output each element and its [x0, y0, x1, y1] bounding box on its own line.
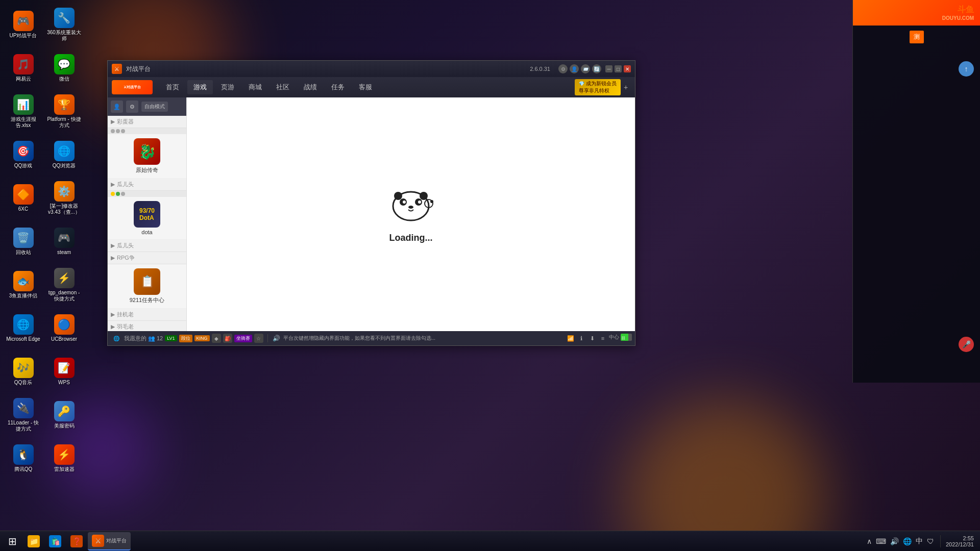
sidebar-game-tasks[interactable]: 📋 9211任务中心 — [108, 264, 186, 309]
desktop-icon-qqbrowser[interactable]: 🌐 QQ浏览器 — [45, 134, 83, 175]
svg-point-3 — [403, 201, 406, 204]
sidebar-user-btn[interactable]: 👤 — [111, 101, 123, 113]
desktop-icon-tgp[interactable]: ⚡ tgp_daemon - 快捷方式 — [45, 264, 83, 305]
sidebar-cat-1[interactable]: ▶ 彩蛋器 — [108, 116, 186, 128]
360-label: 360系统重装大师 — [47, 30, 81, 42]
sidebar-cat-3[interactable]: ▶ 瓜儿头 — [108, 240, 186, 252]
taskbar-help[interactable]: ❓ — [66, 532, 87, 550]
status-bag-btn[interactable]: 🎒 — [223, 334, 232, 343]
expand-btn[interactable]: + — [621, 82, 631, 92]
status-menu-btn[interactable]: ≡ — [598, 334, 607, 343]
window-body: 👤 ⚙ 自由模式 ▶ 彩蛋器 🐉 — [108, 97, 635, 331]
status-chart-btn[interactable]: 📶 — [566, 334, 575, 343]
nav-task[interactable]: 任务 — [325, 80, 351, 94]
desktop-icon-excel[interactable]: 📊 游戏生涯报告.xlsx — [4, 91, 42, 132]
status-user-area[interactable]: 我愿意的 👥 12 — [124, 335, 163, 342]
desktop-icon-wps[interactable]: 📝 WPS — [45, 351, 83, 392]
sidebar-game-yuanshi[interactable]: 🐉 原始传奇 — [108, 134, 186, 179]
nav-service[interactable]: 客服 — [353, 80, 378, 94]
taskbar-separator — [940, 535, 941, 547]
desktop-icon-msedge[interactable]: 🌐 Microsoft Edge — [4, 308, 42, 348]
window-statusbar: 🌐 我愿意的 👥 12 LV1 段位 KING ◆ 🎒 坐骑赛 ☆ 🔊 平台次键… — [108, 331, 635, 345]
nav-games[interactable]: 游戏 — [187, 80, 213, 94]
bg-decoration-3 — [623, 398, 827, 551]
stream-panel: 斗鱼 DOUYU.COM 测 ↑ 🎤 — [852, 0, 980, 383]
status-down-btn[interactable]: ⬇ — [587, 334, 597, 343]
desktop-icon-qqmusic[interactable]: 🎶 QQ音乐 — [4, 351, 42, 392]
window-user-btn[interactable]: 👤 — [570, 64, 579, 73]
sidebar-game-dota[interactable]: 93/70DotA dota — [108, 197, 186, 240]
sidebar-cat-6[interactable]: ▶ 羽毛老 — [108, 321, 186, 331]
sidebar-cat-5[interactable]: ▶ 挂机老 — [108, 309, 186, 321]
yimian-label: [某一]修改器v3.43（查...） — [47, 203, 81, 215]
taskbar-store[interactable]: 🛍️ — [45, 532, 65, 550]
nav-webgame[interactable]: 页游 — [215, 80, 240, 94]
window-refresh-btn[interactable]: 🔄 — [592, 64, 601, 73]
desktop-icon-wechat[interactable]: 💬 微信 — [45, 47, 83, 88]
desktop-icon-yimian[interactable]: ⚙️ [某一]修改器v3.43（查...） — [45, 178, 83, 218]
sidebar-cat-2[interactable]: ▶ 瓜儿头 — [108, 179, 186, 191]
desktop-icon-11loader[interactable]: 🔌 11Loader - 快捷方式 — [4, 394, 42, 435]
status-diamond-btn[interactable]: ◆ — [212, 334, 221, 343]
recycle-label: 回收站 — [16, 249, 31, 256]
window-settings-btn[interactable]: ⚙ — [558, 64, 568, 73]
status-globe-btn[interactable]: 🌐 — [111, 333, 122, 343]
tray-security[interactable]: 🛡 — [926, 536, 935, 546]
desktop-icon-wyy[interactable]: 🎵 网易云 — [4, 47, 42, 88]
desktop-icon-ucbrowser[interactable]: 🔵 UCBrowser — [45, 308, 83, 348]
sidebar-sub-indicators — [108, 128, 186, 134]
dota-icon: 93/70DotA — [134, 201, 160, 228]
3yufish-label: 3鱼直播伴侣 — [9, 293, 38, 299]
nav-home[interactable]: 首页 — [160, 80, 185, 94]
clock-date: 2022/12/31 — [946, 541, 974, 547]
desktop-icon-leijia[interactable]: ⚡ 雷加速器 — [45, 438, 83, 479]
free-mode-btn[interactable]: 自由模式 — [141, 102, 168, 112]
desktop-icon-platform[interactable]: 🏆 Platform - 快捷方式 — [45, 91, 83, 132]
minimize-button[interactable]: ─ — [605, 65, 612, 72]
tray-keyboard[interactable]: ⌨ — [875, 536, 887, 546]
maximize-button[interactable]: □ — [615, 65, 622, 72]
ucbrowser-icon: 🔵 — [54, 314, 75, 335]
nav-community[interactable]: 社区 — [270, 80, 296, 94]
desktop-icon-6xc[interactable]: 🔶 6XC — [4, 178, 42, 218]
3yufish-icon: 🐟 — [13, 271, 34, 291]
desktop-icon-3yufish[interactable]: 🐟 3鱼直播伴侣 — [4, 264, 42, 305]
version-tag: 2.6.0.31 — [530, 66, 550, 72]
desktop-icon-recycle[interactable]: 🗑️ 回收站 — [4, 221, 42, 262]
start-button[interactable]: ⊞ — [2, 532, 22, 550]
desktop-icon-meifu[interactable]: 🔑 美服密码 — [45, 394, 83, 435]
tray-speaker[interactable]: 🔊 — [889, 536, 900, 546]
tray-lang-zh[interactable]: 中 — [915, 536, 924, 547]
member-badge[interactable]: 💎 成为新锐会员尊享非凡特权 — [575, 79, 621, 95]
recycle-icon: 🗑️ — [13, 228, 34, 248]
tray-network[interactable]: 🌐 — [902, 536, 913, 546]
nav-right: 💎 成为新锐会员尊享非凡特权 + — [575, 79, 631, 95]
desktop-icon-qq11[interactable]: 🐧 腾讯QQ — [4, 438, 42, 479]
taskbar-platform[interactable]: ⚔ 对战平台 — [88, 532, 131, 550]
sidebar-cat-4[interactable]: ▶ RPG争 — [108, 252, 186, 264]
desktop-icon-up976[interactable]: 🎮 UP对战平台 — [4, 4, 42, 45]
desktop-icon-qqgame[interactable]: 🎯 QQ游戏 — [4, 134, 42, 175]
taskbar-explorer[interactable]: 📁 — [23, 532, 44, 550]
desktop-icon-steam[interactable]: 🎮 steam — [45, 221, 83, 262]
clock-display[interactable]: 2:55 2022/12/31 — [946, 535, 978, 547]
close-button[interactable]: ✕ — [624, 65, 631, 72]
nav-shop[interactable]: 商城 — [242, 80, 268, 94]
tray-chevron[interactable]: ∧ — [866, 536, 873, 546]
up976-icon: 🎮 — [13, 11, 34, 31]
status-extra-btn[interactable]: ☆ — [254, 334, 263, 343]
svg-point-9 — [430, 200, 433, 203]
status-speaker-btn[interactable]: 🔊 — [272, 334, 281, 343]
status-right-icons: 📶 ℹ ⬇ ≡ 中心 ||| — [566, 334, 632, 343]
stream-scroll-up[interactable]: ↑ — [959, 61, 974, 77]
nav-record[interactable]: 战绩 — [298, 80, 323, 94]
desktop-icon-360[interactable]: 🔧 360系统重装大师 — [45, 4, 83, 45]
titlebar-controls: ─ □ ✕ — [605, 65, 631, 72]
status-info-btn[interactable]: ℹ — [577, 334, 586, 343]
sidebar-settings-btn[interactable]: ⚙ — [126, 101, 138, 113]
11loader-label: 11Loader - 快捷方式 — [6, 420, 40, 432]
wyy-label: 网易云 — [16, 76, 31, 82]
status-sep — [267, 334, 268, 342]
stream-mic-btn[interactable]: 🎤 — [959, 337, 974, 352]
window-msg-btn[interactable]: 📨 — [581, 64, 590, 73]
